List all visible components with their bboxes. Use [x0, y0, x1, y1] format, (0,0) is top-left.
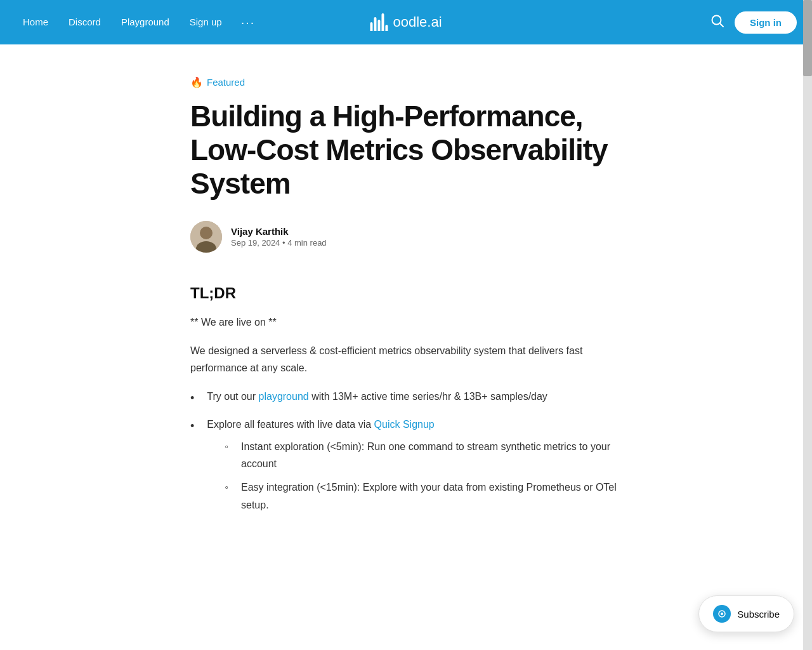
bullet-item-2: Explore all features with live data via … [190, 416, 622, 520]
author-row: Vijay Karthik Sep 19, 2024 • 4 min read [190, 221, 622, 253]
sub-bullet-1: Instant exploration (<5min): Run one com… [225, 438, 622, 472]
logo-text: oodle.ai [393, 14, 442, 30]
signin-button[interactable]: Sign in [735, 11, 797, 34]
featured-label: Featured [207, 77, 245, 88]
author-date: Sep 19, 2024 [231, 238, 280, 248]
svg-point-3 [200, 227, 213, 239]
nav-more[interactable]: ··· [235, 13, 262, 32]
svg-line-1 [720, 23, 724, 27]
nav-links: Home Discord Playground Sign up ··· [15, 15, 261, 30]
sub-bullet-2: Easy integration (<15min): Explore with … [225, 479, 622, 513]
author-meta: Sep 19, 2024 • 4 min read [231, 238, 327, 248]
nav-right: Sign in [710, 11, 797, 34]
bullet-1-prefix: Try out our [207, 391, 258, 402]
scrollbar-thumb[interactable] [803, 0, 812, 76]
bullet-list: Try out our playground with 13M+ active … [190, 388, 622, 520]
author-read: 4 min read [287, 238, 326, 248]
main-content: 🔥 Featured Building a High-Performance, … [165, 44, 647, 582]
hackernews-paragraph: ** We are live on ** [190, 314, 622, 331]
search-icon[interactable] [710, 14, 724, 31]
bullet-2-prefix: Explore all features with live data via [207, 419, 374, 430]
sub-bullet-1-text: Instant exploration (<5min): Run one com… [241, 438, 622, 472]
nav-signup[interactable]: Sign up [182, 11, 230, 32]
sub-list: Instant exploration (<5min): Run one com… [207, 438, 622, 514]
quick-signup-link[interactable]: Quick Signup [374, 419, 435, 430]
logo[interactable]: oodle.ai [370, 13, 442, 31]
featured-badge: 🔥 Featured [190, 76, 622, 88]
author-info: Vijay Karthik Sep 19, 2024 • 4 min read [231, 226, 327, 248]
author-separator: • [282, 238, 285, 248]
hackernews-prefix: ** We are live on [190, 317, 268, 328]
tldr-heading: TL;DR [190, 284, 622, 302]
nav-discord[interactable]: Discord [61, 11, 108, 32]
logo-icon [370, 13, 388, 31]
nav-playground[interactable]: Playground [114, 11, 177, 32]
bullet-1-suffix: with 13M+ active time series/hr & 13B+ s… [309, 391, 547, 402]
playground-link[interactable]: playground [259, 391, 309, 402]
bullet-item-1: Try out our playground with 13M+ active … [190, 388, 622, 408]
author-name: Vijay Karthik [231, 226, 327, 237]
article-title: Building a High-Performance, Low-Cost Me… [190, 100, 622, 201]
sub-bullet-2-text: Easy integration (<15min): Explore with … [241, 479, 622, 513]
avatar [190, 221, 222, 253]
hackernews-suffix: ** [268, 317, 276, 328]
body-paragraph: We designed a serverless & cost-efficien… [190, 342, 622, 376]
flame-icon: 🔥 [190, 76, 203, 88]
bullet-2-content: Explore all features with live data via … [207, 416, 622, 520]
bullet-1-content: Try out our playground with 13M+ active … [207, 388, 547, 408]
scrollbar-track[interactable] [803, 0, 812, 582]
navbar: Home Discord Playground Sign up ··· oodl… [0, 0, 812, 44]
nav-home[interactable]: Home [15, 11, 56, 32]
